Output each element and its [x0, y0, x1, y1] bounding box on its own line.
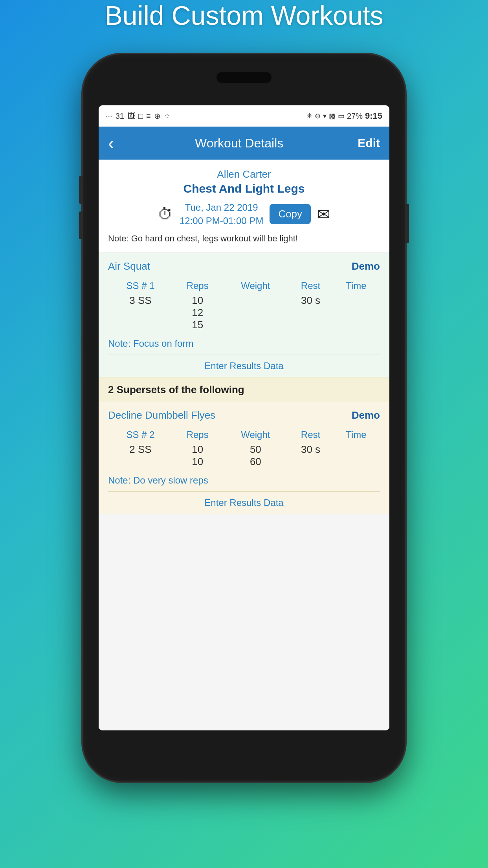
app-header: ‹ Workout Details Edit	[99, 127, 389, 160]
notification-dots-icon: ···	[106, 112, 112, 121]
table-row: 2 SS 1010 5060 30 s	[109, 443, 379, 469]
volume-up-button[interactable]	[79, 176, 83, 204]
page-title: Build Custom Workouts	[105, 0, 383, 30]
col-header-weight: Weight	[223, 279, 288, 293]
col-header-rest: Rest	[289, 279, 332, 293]
copy-button[interactable]: Copy	[270, 204, 311, 224]
rest-1: 30 s	[289, 294, 332, 332]
col-header-time-2: Time	[333, 428, 379, 442]
bluetooth-icon: ✳	[306, 112, 312, 120]
col-header-ss: SS # 1	[109, 279, 172, 293]
exercise-table-1: SS # 1 Reps Weight Rest Time 3 SS 101215	[108, 278, 380, 333]
workout-note: Note: Go hard on chest, legs workout wil…	[108, 233, 380, 245]
exercise-section-1: Air Squat Demo SS # 1 Reps Weight Rest T…	[99, 253, 389, 377]
enter-results-1[interactable]: Enter Results Data	[108, 355, 380, 377]
rest-2: 30 s	[289, 443, 332, 469]
clock-time: 9:15	[365, 111, 382, 121]
content-area: Allen Carter Chest And Light Legs ⏱ Tue,…	[99, 160, 389, 730]
reps-1: 101215	[173, 294, 222, 332]
exercise-name-1: Air Squat	[108, 260, 150, 272]
ss-count-2: 2 SS	[109, 443, 172, 469]
notes-icon: ≡	[146, 112, 151, 121]
time-2	[333, 443, 379, 469]
col-header-reps-2: Reps	[173, 428, 222, 442]
exercise-table-2: SS # 2 Reps Weight Rest Time 2 SS 1010	[108, 427, 380, 469]
superset-banner: 2 Supersets of the following	[99, 377, 389, 402]
volume-down-button[interactable]	[79, 211, 83, 239]
exercise-note-1: Note: Focus on form	[108, 338, 380, 349]
signal-icon: ▩	[329, 112, 336, 120]
calendar-icon: 31	[116, 112, 124, 121]
col-header-weight-2: Weight	[223, 428, 288, 442]
workout-meta: ⏱ Tue, Jan 22 2019 12:00 PM-01:00 PM Cop…	[108, 201, 380, 227]
demo-button-1[interactable]: Demo	[352, 260, 380, 272]
edit-button[interactable]: Edit	[358, 136, 380, 150]
weight-1	[223, 294, 288, 332]
power-button[interactable]	[405, 204, 409, 243]
battery-icon: ▭	[338, 112, 345, 120]
minus-icon: ⊖	[315, 112, 321, 120]
battery-percent: 27%	[347, 112, 363, 121]
dots-icon: ⁘	[164, 111, 171, 121]
col-header-time: Time	[333, 279, 379, 293]
file-icon: □	[138, 112, 143, 121]
back-button[interactable]: ‹	[108, 134, 114, 153]
status-left: ··· 31 🖼 □ ≡ ⊕ ⁘	[106, 111, 171, 121]
ss-count-1: 3 SS	[109, 294, 172, 332]
globe-icon: ⊕	[154, 111, 161, 121]
exercise-name-2: Decline Dumbbell Flyes	[108, 409, 215, 421]
page-title-banner: Build Custom Workouts	[0, 0, 488, 31]
col-header-ss-2: SS # 2	[109, 428, 172, 442]
demo-button-2[interactable]: Demo	[352, 409, 380, 421]
exercise-header-2: Decline Dumbbell Flyes Demo	[108, 409, 380, 421]
reps-2: 1010	[173, 443, 222, 469]
mail-icon[interactable]: ✉	[317, 205, 330, 223]
timer-icon: ⏱	[158, 205, 173, 223]
phone-speaker	[216, 72, 272, 83]
table-row: 3 SS 101215 30 s	[109, 294, 379, 332]
wifi-icon: ▾	[323, 112, 327, 120]
phone-screen: ··· 31 🖼 □ ≡ ⊕ ⁘ ✳ ⊖ ▾ ▩ ▭ 27% 9:15 ‹ Wo…	[99, 105, 389, 730]
workout-client: Allen Carter	[108, 168, 380, 180]
exercise-note-2: Note: Do very slow reps	[108, 475, 380, 486]
workout-datetime: Tue, Jan 22 2019 12:00 PM-01:00 PM	[180, 201, 263, 227]
workout-info-card: Allen Carter Chest And Light Legs ⏱ Tue,…	[99, 160, 389, 252]
workout-name: Chest And Light Legs	[108, 182, 380, 195]
exercise-section-2: Decline Dumbbell Flyes Demo SS # 2 Reps …	[99, 402, 389, 514]
status-right: ✳ ⊖ ▾ ▩ ▭ 27% 9:15	[306, 111, 382, 121]
exercise-header-1: Air Squat Demo	[108, 260, 380, 272]
gallery-icon: 🖼	[127, 112, 135, 121]
enter-results-2[interactable]: Enter Results Data	[108, 491, 380, 514]
col-header-reps: Reps	[173, 279, 222, 293]
weight-2: 5060	[223, 443, 288, 469]
status-bar: ··· 31 🖼 □ ≡ ⊕ ⁘ ✳ ⊖ ▾ ▩ ▭ 27% 9:15	[99, 105, 389, 127]
col-header-rest-2: Rest	[289, 428, 332, 442]
header-title: Workout Details	[121, 136, 358, 151]
phone-wrapper: ··· 31 🖼 □ ≡ ⊕ ⁘ ✳ ⊖ ▾ ▩ ▭ 27% 9:15 ‹ Wo…	[83, 54, 405, 782]
time-1	[333, 294, 379, 332]
